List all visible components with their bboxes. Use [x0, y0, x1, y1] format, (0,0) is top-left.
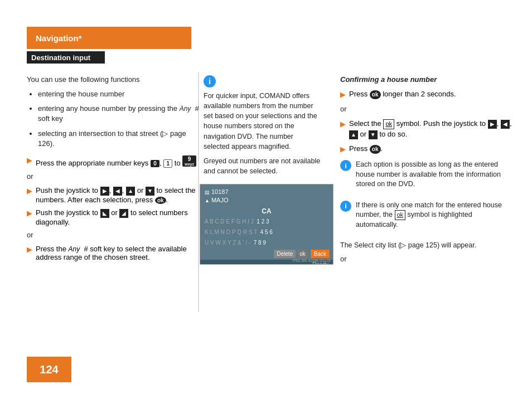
info-icon-2: i — [340, 160, 351, 171]
ok-symbol-2: ok — [395, 210, 406, 220]
step-push-joystick: ▶ Push the joystick to ▶, ◀, ▲ or ▼ to s… — [27, 186, 200, 204]
nav-addr-line1: ▤10187 — [205, 188, 328, 196]
key-0: 0 — [151, 160, 159, 167]
page-number-box: 124 — [27, 357, 71, 382]
step-diagonal-text: Push the joystick to ◣ or ◢ to select nu… — [36, 208, 200, 226]
right-info-block-1: i Each option is possible as long as the… — [340, 160, 513, 195]
left-column: You can use the following functions ente… — [27, 75, 200, 266]
r-down-icon: ▼ — [369, 130, 378, 139]
function-item-3: selecting an intersection to that street… — [38, 129, 200, 149]
nav-addr-line2: ▲MAJO — [205, 196, 328, 205]
key-1: 1 — [163, 159, 172, 168]
or-1: or — [27, 172, 200, 181]
r-right-icon: ▶ — [488, 120, 497, 129]
step-diagonal: ▶ Push the joystick to ◣ or ◢ to select … — [27, 208, 200, 226]
nav-screen-address: ▤10187 ▲MAJO — [200, 184, 333, 206]
ok-button-1: ok — [155, 197, 166, 204]
function-list: entering the house number entering any h… — [27, 89, 200, 149]
enter-number-label: Enter number — [245, 264, 285, 265]
ok-symbol-1: ok — [383, 119, 394, 129]
right-arrow-icon: ▶ — [100, 187, 109, 196]
right-step-1: ▶ Press ok longer than 2 seconds. — [340, 89, 513, 100]
step-soft-key: ▶ Press the Any # soft key to select the… — [27, 245, 200, 261]
up-arrow-icon: ▲ — [126, 187, 135, 196]
ok-press-2: ok — [370, 145, 381, 154]
right-step-3-text: Press ok. — [349, 144, 383, 154]
nav-keys-row1: A B C D E F G H I J 1 2 3 — [200, 216, 333, 227]
right-step-2: ▶ Select the ok symbol. Push the joystic… — [340, 119, 513, 139]
info-icon-3: i — [340, 201, 351, 212]
info-text-2: If there is only one match for the enter… — [356, 201, 513, 230]
diag-right-icon: ◢ — [119, 209, 128, 218]
function-item-1: entering the house number — [38, 89, 200, 99]
right-step-3: ▶ Press ok. — [340, 144, 513, 154]
step-push-joystick-text: Push the joystick to ▶, ◀, ▲ or ▼ to sel… — [36, 186, 200, 204]
header-title: Navigation* — [36, 33, 82, 43]
arrow-icon-4: ▶ — [27, 245, 32, 254]
r-up-icon: ▲ — [349, 130, 358, 139]
info-greyed-text: Greyed out numbers are not available and… — [204, 156, 321, 176]
info-main-text: For quicker input, COMAND offers availab… — [204, 91, 321, 152]
right-or-1: or — [340, 104, 513, 114]
step-press-keys-text: Press the appropriate number keys 0, 1 t… — [36, 155, 196, 168]
down-arrow-icon: ▼ — [146, 187, 154, 196]
arrow-icon-2: ▶ — [27, 187, 32, 195]
arrow-icon-1: ▶ — [27, 156, 32, 164]
right-or-2: or — [340, 254, 513, 264]
diag-left-icon: ◣ — [100, 209, 109, 218]
or-2: or — [27, 231, 200, 239]
info-text-1: Each option is possible as long as the e… — [356, 160, 513, 189]
function-item-2: entering any house number by pressing th… — [38, 104, 200, 124]
middle-info-box: i For quicker input, COMAND offers avail… — [204, 75, 321, 181]
right-arrow-3: ▶ — [340, 144, 346, 154]
delete-button[interactable]: Delete — [274, 250, 296, 258]
navigation-header: Navigation* — [27, 27, 191, 49]
step-soft-key-text: Press the Any # soft key to select the a… — [36, 245, 200, 261]
step-press-keys: ▶ Press the appropriate number keys 0, 1… — [27, 155, 200, 168]
intro-text: You can use the following functions — [27, 75, 200, 84]
back-button[interactable]: Back — [311, 250, 330, 258]
arrow-icon-3: ▶ — [27, 209, 32, 217]
nav-city: CA — [200, 206, 333, 216]
key-9: 9wxyz — [182, 155, 196, 167]
nav-screen: ▤10187 ▲MAJO CA A B C D E F G H I J 1 2 … — [200, 184, 333, 265]
left-arrow-icon: ◀ — [113, 187, 122, 196]
ok-press-1: ok — [370, 90, 381, 99]
select-city-text: The Select city list (▷ page 125) will a… — [340, 241, 513, 251]
section-label: Destination input — [27, 51, 105, 64]
ok-nav-button[interactable]: ok — [297, 250, 308, 258]
right-column: Confirming a house number ▶ Press ok lon… — [340, 75, 513, 269]
right-step-2-text: Select the ok symbol. Push the joystick … — [349, 119, 513, 139]
right-step-1-text: Press ok longer than 2 seconds. — [349, 89, 456, 99]
info-icon-1: i — [204, 75, 216, 87]
r-left-icon: ◀ — [501, 120, 510, 129]
nav-keys-row2: K L M N O P Q R S T 4 5 6 — [200, 227, 333, 237]
nav-keys-row3: U V W X Y Z & ' / - 7 8 9 — [200, 237, 333, 248]
right-arrow-1: ▶ — [340, 90, 346, 100]
nav-label: NAV — [205, 264, 217, 265]
page-number: 124 — [40, 363, 58, 376]
nav-screen-code: P82.86-4208-31US — [293, 258, 331, 263]
confirming-title: Confirming a house number — [340, 75, 513, 84]
right-arrow-2: ▶ — [340, 119, 346, 129]
section-title: Destination input — [31, 53, 90, 62]
right-info-block-2: i If there is only one match for the ent… — [340, 201, 513, 236]
